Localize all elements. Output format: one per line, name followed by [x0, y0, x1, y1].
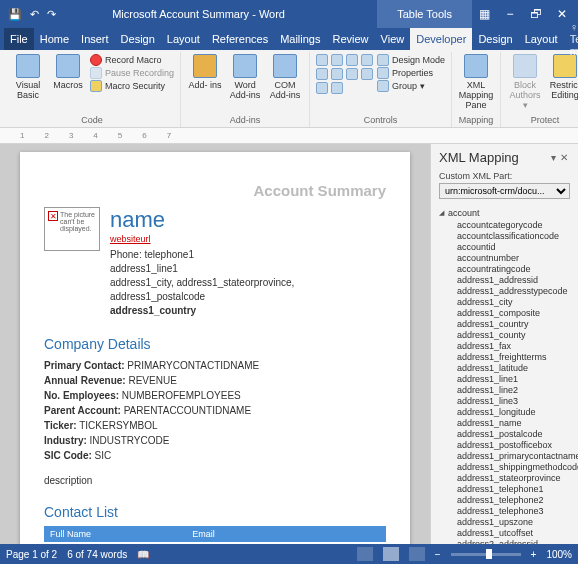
- minimize-icon[interactable]: −: [498, 7, 522, 21]
- restrict-editing-button[interactable]: Restrict Editing: [547, 54, 578, 100]
- status-page[interactable]: Page 1 of 2: [6, 549, 57, 560]
- quicksave-icon[interactable]: 💾: [4, 8, 26, 21]
- tree-node[interactable]: address1_primarycontactname: [457, 450, 574, 461]
- document-area[interactable]: Account Summary ✕The picture can't be di…: [0, 144, 430, 544]
- tab-file[interactable]: File: [4, 28, 34, 50]
- tree-node[interactable]: address1_country: [457, 318, 574, 329]
- status-words[interactable]: 6 of 74 words: [67, 549, 127, 560]
- website-field[interactable]: websiteurl: [110, 234, 151, 244]
- tree-node[interactable]: address1_postalcode: [457, 428, 574, 439]
- detail-row[interactable]: SIC Code: SIC: [44, 448, 386, 463]
- detail-row[interactable]: Industry: INDUSTRYCODE: [44, 433, 386, 448]
- view-web-layout[interactable]: [409, 547, 425, 561]
- detail-row[interactable]: Ticker: TICKERSYMBOL: [44, 418, 386, 433]
- control-legacy-icon[interactable]: [331, 82, 343, 94]
- address-line1[interactable]: address1_line1: [110, 262, 386, 276]
- tree-node[interactable]: address1_telephone3: [457, 505, 574, 516]
- tree-node[interactable]: accountclassificationcode: [457, 230, 574, 241]
- tree-node[interactable]: address1_city: [457, 296, 574, 307]
- tree-node[interactable]: address1_latitude: [457, 362, 574, 373]
- tree-root-account[interactable]: ◢account: [439, 207, 574, 219]
- view-print-layout[interactable]: [383, 547, 399, 561]
- tree-node[interactable]: address1_shippingmethodcode: [457, 461, 574, 472]
- tree-node[interactable]: address1_composite: [457, 307, 574, 318]
- tree-node[interactable]: accountid: [457, 241, 574, 252]
- zoom-slider[interactable]: [451, 553, 521, 556]
- control-image-icon[interactable]: [346, 54, 358, 66]
- tree-node[interactable]: address1_stateorprovince: [457, 472, 574, 483]
- tab-tt-layout[interactable]: Layout: [519, 28, 564, 50]
- tree-node[interactable]: address1_upszone: [457, 516, 574, 527]
- macros-button[interactable]: Macros: [50, 54, 86, 90]
- visual-basic-button[interactable]: Visual Basic: [10, 54, 46, 100]
- zoom-in-button[interactable]: +: [531, 549, 537, 560]
- tree-node[interactable]: accountcategorycode: [457, 219, 574, 230]
- description-field[interactable]: description: [44, 475, 386, 486]
- tree-node[interactable]: address1_addresstypecode: [457, 285, 574, 296]
- tree-node[interactable]: accountratingcode: [457, 263, 574, 274]
- tree-node[interactable]: address1_name: [457, 417, 574, 428]
- tree-node[interactable]: address1_line1: [457, 373, 574, 384]
- name-field[interactable]: name: [110, 207, 386, 233]
- spellcheck-icon[interactable]: 📖: [137, 549, 149, 560]
- address-city-state[interactable]: address1_city, address1_stateorprovince,: [110, 276, 386, 290]
- block-authors-button[interactable]: Block Authors ▾: [507, 54, 543, 110]
- tree-node[interactable]: address1_line3: [457, 395, 574, 406]
- properties-button[interactable]: Properties: [377, 67, 445, 79]
- contact-table[interactable]: Full Name Email fullname emailaddress1: [44, 526, 386, 544]
- pause-recording-button[interactable]: Pause Recording: [90, 67, 174, 79]
- tree-node[interactable]: address1_postofficebox: [457, 439, 574, 450]
- control-dropdown-icon[interactable]: [346, 68, 358, 80]
- image-placeholder[interactable]: ✕The picture can't be displayed.: [44, 207, 100, 251]
- address-country[interactable]: address1_country: [110, 304, 386, 318]
- table-row[interactable]: fullname emailaddress1: [44, 542, 386, 544]
- tab-review[interactable]: Review: [327, 28, 375, 50]
- pane-options-icon[interactable]: ▾: [549, 152, 558, 163]
- detail-row[interactable]: Annual Revenue: REVENUE: [44, 373, 386, 388]
- view-read-mode[interactable]: [357, 547, 373, 561]
- detail-row[interactable]: No. Employees: NUMBEROFEMPLOYEES: [44, 388, 386, 403]
- tree-node[interactable]: address1_fax: [457, 340, 574, 351]
- tree-node[interactable]: address1_freightterms: [457, 351, 574, 362]
- phone-field[interactable]: telephone1: [144, 249, 194, 260]
- restore-icon[interactable]: 🗗: [524, 7, 548, 21]
- design-mode-button[interactable]: Design Mode: [377, 54, 445, 66]
- tree-node[interactable]: address1_line2: [457, 384, 574, 395]
- group-button[interactable]: Group ▾: [377, 80, 445, 92]
- tab-insert[interactable]: Insert: [75, 28, 115, 50]
- record-macro-button[interactable]: Record Macro: [90, 54, 174, 66]
- control-repeat-icon[interactable]: [316, 82, 328, 94]
- address-postal[interactable]: address1_postalcode: [110, 290, 386, 304]
- expand-icon[interactable]: ◢: [439, 209, 444, 217]
- ruler[interactable]: 1234567: [0, 128, 578, 144]
- xml-tree[interactable]: ◢account accountcategorycodeaccountclass…: [431, 203, 578, 544]
- tab-view[interactable]: View: [375, 28, 411, 50]
- redo-icon[interactable]: ↷: [43, 8, 60, 21]
- control-date-icon[interactable]: [361, 68, 373, 80]
- ribbon-options-icon[interactable]: ▦: [472, 7, 496, 21]
- undo-icon[interactable]: ↶: [26, 8, 43, 21]
- tab-home[interactable]: Home: [34, 28, 75, 50]
- tab-developer[interactable]: Developer: [410, 28, 472, 50]
- addins-button[interactable]: Add- ins: [187, 54, 223, 90]
- tab-mailings[interactable]: Mailings: [274, 28, 326, 50]
- tab-design[interactable]: Design: [115, 28, 161, 50]
- tree-node[interactable]: address1_utcoffset: [457, 527, 574, 538]
- tab-tt-design[interactable]: Design: [472, 28, 518, 50]
- tab-references[interactable]: References: [206, 28, 274, 50]
- tree-node[interactable]: address1_longitude: [457, 406, 574, 417]
- tab-layout[interactable]: Layout: [161, 28, 206, 50]
- detail-row[interactable]: Primary Contact: PRIMARYCONTACTIDNAME: [44, 358, 386, 373]
- custom-xml-part-select[interactable]: urn:microsoft-crm/docu...: [439, 183, 570, 199]
- control-combo-icon[interactable]: [331, 68, 343, 80]
- control-bb-icon[interactable]: [361, 54, 373, 66]
- control-aa-icon[interactable]: [316, 54, 328, 66]
- close-icon[interactable]: ✕: [550, 7, 574, 21]
- tell-me-search[interactable]: ♀ Tell me...: [564, 28, 578, 50]
- com-addins-button[interactable]: COM Add-ins: [267, 54, 303, 100]
- tree-node[interactable]: address1_county: [457, 329, 574, 340]
- detail-row[interactable]: Parent Account: PARENTACCOUNTIDNAME: [44, 403, 386, 418]
- xml-mapping-pane-button[interactable]: XML Mapping Pane: [458, 54, 494, 110]
- word-addins-button[interactable]: Word Add-ins: [227, 54, 263, 100]
- macro-security-button[interactable]: Macro Security: [90, 80, 174, 92]
